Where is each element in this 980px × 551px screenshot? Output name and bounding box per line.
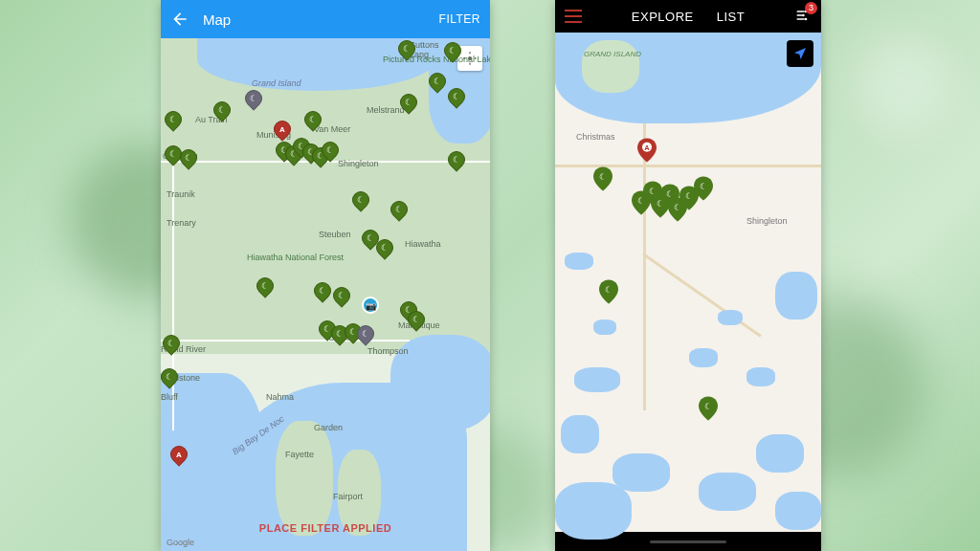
filter-settings-button[interactable]: 3	[794, 8, 812, 25]
camp-pin[interactable]: ☾	[593, 166, 612, 191]
label-traunik: Traunik	[167, 189, 195, 199]
home-indicator[interactable]	[650, 540, 726, 543]
map-attribution: Google	[167, 538, 194, 547]
phone-left: Map FILTER Grand Island Pi	[161, 0, 490, 551]
back-icon[interactable]	[170, 10, 189, 29]
svg-text:☾: ☾	[605, 285, 612, 295]
svg-text:☾: ☾	[599, 172, 607, 182]
camp-pin[interactable]: ☾	[599, 279, 618, 304]
svg-text:☾: ☾	[704, 402, 712, 411]
tab-explore[interactable]: EXPLORE	[632, 10, 694, 24]
label-fayette: Fayette	[285, 450, 314, 459]
filter-button[interactable]: FILTER	[439, 12, 480, 26]
koa-pin[interactable]: A	[637, 138, 657, 163]
label-bluff: Bluff	[161, 392, 178, 402]
label-nahma: Nahma	[266, 392, 294, 402]
phone-right: EXPLORE LIST 3	[555, 0, 821, 551]
header-a: Map FILTER	[161, 0, 490, 38]
map-b[interactable]: GRAND ISLAND Christmas Shingleton A ☾ ☾ …	[555, 33, 821, 532]
svg-text:☾: ☾	[685, 191, 693, 201]
label-trenary: Trenary	[167, 218, 196, 228]
svg-text:A: A	[644, 143, 650, 152]
label-fairport: Fairport	[333, 492, 363, 501]
label-grand-island-b: GRAND ISLAND	[584, 50, 641, 58]
navigate-button[interactable]	[787, 40, 813, 67]
label-grand-island: Grand Island	[252, 78, 301, 88]
label-steuben: Steuben	[319, 230, 351, 239]
label-hiawatha-nf: Hiawatha National Forest	[247, 253, 323, 263]
camp-pin[interactable]: ☾	[694, 176, 713, 201]
page-title: Map	[203, 11, 439, 28]
label-shingleton: Shingleton	[338, 159, 379, 168]
label-christmas: Christmas	[576, 132, 615, 142]
map-a[interactable]: Grand Island Pictured Rocks National Lak…	[161, 38, 490, 551]
label-shingleton-b: Shingleton	[746, 216, 788, 226]
label-hiawatha: Hiawatha	[405, 239, 441, 249]
photo-pin[interactable]	[362, 297, 379, 314]
svg-point-2	[802, 14, 805, 17]
svg-point-3	[805, 18, 808, 21]
hamburger-icon[interactable]	[565, 10, 582, 23]
label-thompson: Thompson	[368, 346, 409, 356]
svg-text:☾: ☾	[700, 182, 707, 191]
header-b: EXPLORE LIST 3	[555, 0, 821, 33]
tab-list[interactable]: LIST	[717, 10, 745, 24]
label-garden: Garden	[314, 423, 343, 432]
filter-badge-count: 3	[805, 2, 817, 14]
camp-pin[interactable]: ☾	[699, 396, 718, 421]
label-melstrand: Melstrand	[367, 105, 405, 115]
filter-applied-banner: PLACE FILTER APPLIED	[161, 522, 490, 534]
